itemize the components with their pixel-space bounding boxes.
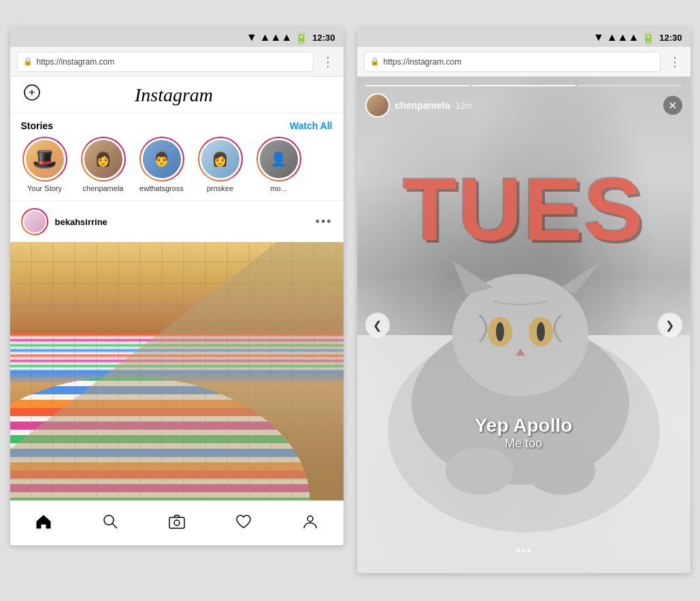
home-nav-button[interactable] [32, 510, 55, 537]
svg-text:+: + [29, 86, 35, 98]
story-close-button[interactable]: ✕ [663, 96, 682, 115]
url-text-1: https://instagram.com [37, 57, 115, 67]
lock-icon-2: 🔒 [370, 57, 380, 66]
hat-emoji: 🎩 [32, 149, 57, 169]
story-username: chenpamela [395, 100, 450, 111]
story-dots: ••• [516, 542, 531, 560]
instagram-logo: Instagram [135, 84, 213, 106]
battery-icon-2: 🔋 [641, 31, 655, 44]
wifi-icon-2: ▼ [593, 31, 604, 44]
story-user-row: chenpamela 12m ✕ [365, 93, 682, 118]
story-item-more[interactable]: 👤 mo... [255, 137, 303, 192]
progress-bar-3 [578, 85, 682, 86]
chenpamela-face: 👩 [84, 140, 122, 178]
phone-1: ▼ ▲▲▲ 🔋 12:30 🔒 https://instagram.com ⋮ … [10, 28, 344, 545]
story-tues-text: TUES [357, 158, 690, 260]
battery-icon: 🔋 [295, 31, 308, 44]
story-more-options[interactable]: ••• [516, 542, 531, 560]
profile-nav-button[interactable] [299, 510, 322, 537]
address-input-2[interactable]: 🔒 https://instagram.com [364, 52, 661, 72]
story-caption: Yep Apollo Me too [357, 415, 690, 451]
wifi-icon: ▼ [246, 31, 257, 44]
story-header: chenpamela 12m ✕ [357, 77, 690, 123]
status-bar-1: ▼ ▲▲▲ 🔋 12:30 [10, 28, 344, 47]
post-header: bekahsirrine ••• [10, 201, 344, 242]
status-time-2: 12:30 [659, 33, 682, 43]
heart-nav-button[interactable] [232, 510, 255, 537]
stories-label: Stories [21, 120, 53, 131]
svg-point-22 [446, 447, 514, 495]
progress-bar-1 [365, 85, 469, 86]
story-item-ewthatsgross[interactable]: 👨 ewthatsgross [138, 137, 186, 192]
story-prev-button[interactable]: ❮ [365, 313, 390, 337]
address-bar-2: 🔒 https://instagram.com ⋮ [357, 47, 690, 77]
chenpamela-label: chenpamela [83, 184, 124, 192]
your-story-avatar-ring: 🎩 [22, 137, 67, 182]
status-icons-2: ▼ ▲▲▲ 🔋 [593, 31, 655, 44]
status-time-1: 12:30 [312, 33, 335, 43]
svg-marker-12 [561, 260, 602, 294]
post-image [10, 242, 344, 500]
svg-rect-4 [169, 517, 184, 528]
post-username: bekahsirrine [55, 217, 309, 227]
more-face: 👤 [260, 140, 298, 178]
phone-2: ▼ ▲▲▲ 🔋 12:30 🔒 https://instagram.com ⋮ [357, 28, 690, 573]
story-item-prnskee[interactable]: 👩 prnskee [197, 137, 244, 192]
your-story-label: Your Story [27, 184, 62, 192]
more-avatar-ring: 👤 [256, 137, 301, 182]
story-time: 12m [455, 101, 472, 111]
ewthatsgross-avatar: 👨 [141, 138, 183, 180]
browser-more-button-1[interactable]: ⋮ [319, 54, 337, 69]
ewthatsgross-label: ewthatsgross [139, 184, 184, 192]
prnskee-avatar-ring: 👩 [198, 137, 243, 182]
story-item-your-story[interactable]: 🎩 Your Story [21, 137, 69, 192]
chenpamela-avatar-ring: 👩 [81, 137, 126, 182]
ewthatsgross-face: 👨 [143, 140, 181, 178]
svg-point-23 [527, 447, 595, 495]
caption-main-text: Yep Apollo [357, 415, 690, 436]
address-input-1[interactable]: 🔒 https://instagram.com [17, 52, 314, 72]
browser-more-button-2[interactable]: ⋮ [666, 54, 684, 69]
ig-header: + Instagram [10, 77, 344, 114]
chenpamela-avatar: 👩 [82, 138, 124, 180]
svg-point-15 [496, 322, 504, 341]
story-progress-bars [365, 85, 682, 86]
post-avatar [22, 209, 47, 234]
signal-icon: ▲▲▲ [260, 31, 293, 44]
svg-point-2 [104, 515, 114, 525]
svg-point-16 [537, 322, 545, 341]
instagram-app: + Instagram Stories Watch All [10, 77, 344, 501]
story-next-button[interactable]: ❯ [658, 313, 682, 337]
add-story-button[interactable]: + [21, 84, 43, 106]
more-avatar: 👤 [258, 138, 300, 180]
svg-point-6 [307, 516, 313, 521]
story-item-chenpamela[interactable]: 👩 chenpamela [80, 137, 127, 192]
stories-scroll: 🎩 Your Story 👩 chenpamela [10, 137, 344, 201]
prnskee-label: prnskee [207, 184, 233, 192]
url-text-2: https://instagram.com [384, 57, 462, 67]
chevron-left-icon: ❮ [373, 319, 382, 332]
post-more-button[interactable]: ••• [316, 215, 333, 229]
progress-bar-2 [471, 85, 576, 86]
svg-line-3 [112, 523, 117, 528]
your-story-avatar: 🎩 [24, 138, 66, 180]
camera-nav-button[interactable] [165, 510, 188, 537]
post-avatar-ring [21, 208, 48, 235]
prnskee-face: 👩 [201, 140, 239, 178]
post-bekahsirrine: bekahsirrine ••• [10, 201, 344, 501]
svg-point-5 [174, 520, 180, 526]
chevron-right-icon: ❯ [665, 319, 674, 332]
signal-icon-2: ▲▲▲ [607, 31, 639, 44]
address-bar-1: 🔒 https://instagram.com ⋮ [10, 47, 344, 77]
watch-all-button[interactable]: Watch All [290, 120, 333, 131]
lock-icon: 🔒 [23, 57, 33, 66]
story-user-avatar [365, 93, 390, 118]
ewthatsgross-avatar-ring: 👨 [139, 137, 184, 182]
story-view: TUES Yep Apollo Me too chenpamela 12m [357, 77, 690, 573]
stories-section: Stories Watch All 🎩 Your Story [10, 114, 344, 201]
prnskee-avatar: 👩 [199, 138, 241, 180]
more-label: mo... [270, 184, 286, 192]
story-bottom: ••• [357, 542, 690, 560]
search-nav-button[interactable] [99, 510, 122, 537]
caption-sub-text: Me too [357, 436, 690, 451]
